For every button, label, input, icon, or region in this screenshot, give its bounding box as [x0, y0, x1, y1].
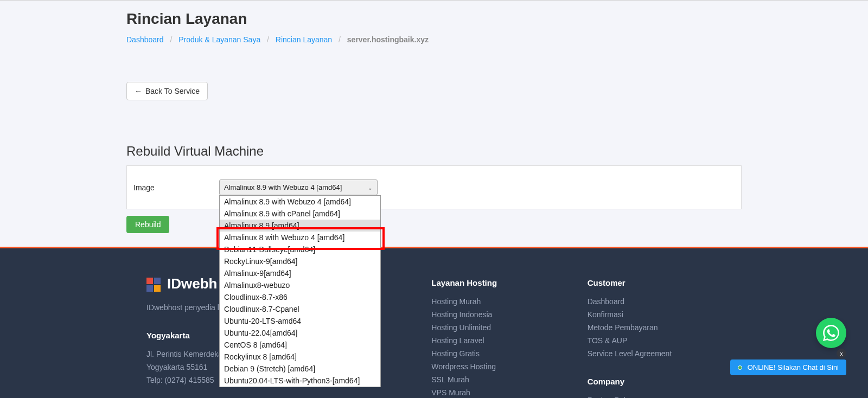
dropdown-option[interactable]: Cloudlinux-8.7-x86: [220, 291, 380, 303]
image-select-value: Almalinux 8.9 with Webuzo 4 [amd64]: [224, 183, 342, 191]
dropdown-option[interactable]: Almalinux 8.9 with Webuzo 4 [amd64]: [220, 196, 380, 208]
dropdown-option[interactable]: Almalinux-9[amd64]: [220, 267, 380, 279]
rebuild-section-title: Rebuild Virtual Machine: [126, 144, 742, 159]
footer-link[interactable]: Hosting Murah: [431, 297, 565, 306]
back-to-service-button[interactable]: ← Back To Service: [126, 82, 208, 100]
breadcrumb: Dashboard / Produk & Layanan Saya / Rinc…: [126, 35, 742, 44]
online-status-icon: [738, 365, 742, 370]
dropdown-option[interactable]: Cloudlinux-8.7-Cpanel: [220, 303, 380, 315]
dropdown-option[interactable]: Ubuntu-22.04[amd64]: [220, 327, 380, 339]
chat-label: ONLINE! Silakan Chat di Sini: [748, 363, 839, 371]
chat-close-button[interactable]: x: [837, 349, 846, 358]
svg-rect-2: [146, 285, 153, 292]
image-select[interactable]: Almalinux 8.9 with Webuzo 4 [amd64] ⌄: [219, 179, 378, 195]
logo-icon: [146, 277, 162, 292]
footer-link[interactable]: Hosting Laravel: [431, 336, 565, 345]
footer-link[interactable]: Hosting Unlimited: [431, 323, 565, 332]
dropdown-option[interactable]: Debian 9 (Stretch) [amd64]: [220, 363, 380, 375]
dropdown-option[interactable]: Rockylinux 8 [amd64]: [220, 351, 380, 363]
breadcrumb-current: server.hostingbaik.xyz: [347, 35, 429, 44]
chevron-down-icon: ⌄: [368, 184, 372, 190]
footer-link[interactable]: SSL Murah: [431, 375, 565, 384]
arrow-left-icon: ←: [135, 87, 142, 95]
breadcrumb-link-dashboard[interactable]: Dashboard: [126, 35, 164, 44]
footer-link[interactable]: Konfirmasi: [588, 310, 722, 319]
back-button-label: Back To Service: [145, 87, 200, 95]
dropdown-option[interactable]: RockyLinux-9[amd64]: [220, 255, 380, 267]
breadcrumb-link-products[interactable]: Produk & Layanan Saya: [178, 35, 260, 44]
rebuild-button[interactable]: Rebuild: [126, 216, 169, 233]
footer-customer-heading: Customer: [588, 278, 722, 287]
svg-rect-0: [146, 278, 153, 284]
breadcrumb-sep: /: [170, 35, 172, 44]
dropdown-option[interactable]: Ubuntu-20-LTS-amd64: [220, 315, 380, 327]
footer-link[interactable]: Hosting Gratis: [431, 349, 565, 358]
chat-widget[interactable]: ONLINE! Silakan Chat di Sini: [730, 360, 846, 375]
footer-link[interactable]: VPS Murah: [431, 388, 565, 397]
footer-hosting-heading: Layanan Hosting: [431, 278, 565, 287]
footer-link[interactable]: TOS & AUP: [588, 336, 722, 345]
footer-link[interactable]: Hosting Indonesia: [431, 310, 565, 319]
footer-link[interactable]: Metode Pembayaran: [588, 323, 722, 332]
svg-rect-3: [154, 285, 161, 292]
whatsapp-icon: [823, 325, 839, 341]
breadcrumb-sep: /: [339, 35, 341, 44]
footer: IDwebh IDwebhost penyedia la Yogyakarta …: [0, 248, 868, 398]
dropdown-option[interactable]: Almalinux8-webuzo: [220, 279, 380, 291]
svg-rect-1: [154, 278, 161, 284]
logo-text: IDwebh: [167, 275, 217, 292]
dropdown-option[interactable]: Almalinux 8.9 with cPanel [amd64]: [220, 208, 380, 220]
breadcrumb-sep: /: [267, 35, 269, 44]
footer-link[interactable]: Dashboard: [588, 297, 722, 306]
rebuild-form: Image Almalinux 8.9 with Webuzo 4 [amd64…: [126, 165, 742, 209]
footer-link[interactable]: Service Level Agreement: [588, 349, 722, 358]
footer-company-heading: Company: [588, 377, 722, 386]
dropdown-option[interactable]: Ubuntu20.04-LTS-with-Python3-[amd64]: [220, 375, 380, 387]
dropdown-option[interactable]: Debian11-Bullseye[amd64]: [220, 243, 380, 255]
dropdown-option[interactable]: Almalinux 8 with Webuzo 4 [amd64]: [220, 232, 380, 243]
page-title: Rincian Layanan: [126, 10, 742, 28]
footer-link[interactable]: Review Pelanggan: [588, 396, 722, 398]
dropdown-option[interactable]: CentOS 8 [amd64]: [220, 339, 380, 351]
image-label: Image: [132, 183, 219, 192]
footer-link[interactable]: Wordpress Hosting: [431, 362, 565, 371]
whatsapp-button[interactable]: [816, 318, 846, 348]
dropdown-option[interactable]: Almalinux 8.9 [amd64]: [220, 220, 380, 232]
image-dropdown: Almalinux 8.9 with Webuzo 4 [amd64] Alma…: [219, 195, 381, 387]
breadcrumb-link-details[interactable]: Rincian Layanan: [276, 35, 332, 44]
